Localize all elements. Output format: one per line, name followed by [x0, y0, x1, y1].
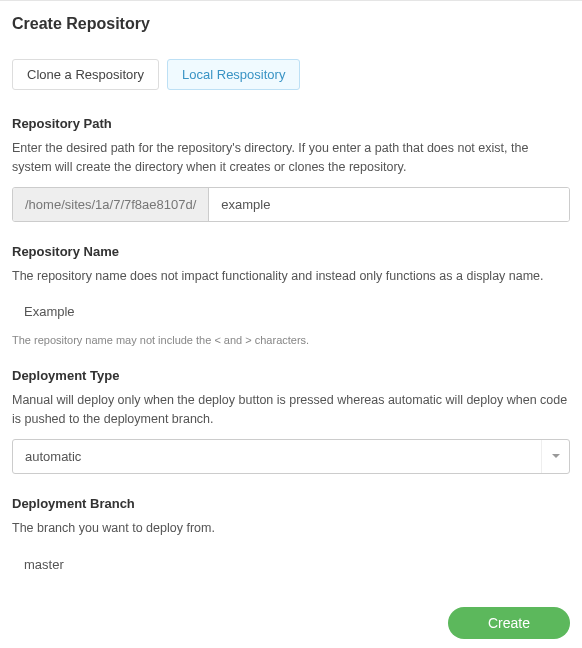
section-deployment-branch: Deployment Branch The branch you want to… — [12, 496, 570, 581]
section-deployment-type: Deployment Type Manual will deploy only … — [12, 368, 570, 474]
create-button[interactable]: Create — [448, 607, 570, 639]
deployment-branch-label: Deployment Branch — [12, 496, 570, 511]
repository-name-input[interactable] — [12, 295, 570, 328]
page-title: Create Repository — [12, 15, 570, 33]
repository-path-prefix: /home/sites/1a/7/7f8ae8107d/ — [13, 188, 209, 221]
dropdown-caret-box — [541, 440, 569, 473]
repository-path-label: Repository Path — [12, 116, 570, 131]
repository-name-label: Repository Name — [12, 244, 570, 259]
repository-path-input[interactable] — [209, 188, 569, 221]
deployment-type-value: automatic — [13, 440, 569, 473]
chevron-down-icon — [552, 454, 560, 458]
section-repository-name: Repository Name The repository name does… — [12, 244, 570, 347]
section-repository-path: Repository Path Enter the desired path f… — [12, 116, 570, 222]
repository-name-hint: The repository name may not include the … — [12, 334, 570, 346]
deployment-branch-desc: The branch you want to deploy from. — [12, 519, 570, 538]
tab-clone-repository[interactable]: Clone a Respository — [12, 59, 159, 90]
tab-local-repository[interactable]: Local Respository — [167, 59, 300, 90]
repo-source-tabs: Clone a Respository Local Respository — [12, 59, 570, 90]
repository-path-desc: Enter the desired path for the repositor… — [12, 139, 570, 177]
deployment-type-select[interactable]: automatic — [12, 439, 570, 474]
repository-path-input-group: /home/sites/1a/7/7f8ae8107d/ — [12, 187, 570, 222]
deployment-type-desc: Manual will deploy only when the deploy … — [12, 391, 570, 429]
deployment-type-label: Deployment Type — [12, 368, 570, 383]
deployment-branch-input[interactable] — [12, 548, 570, 581]
form-footer: Create — [12, 607, 570, 639]
repository-name-desc: The repository name does not impact func… — [12, 267, 570, 286]
